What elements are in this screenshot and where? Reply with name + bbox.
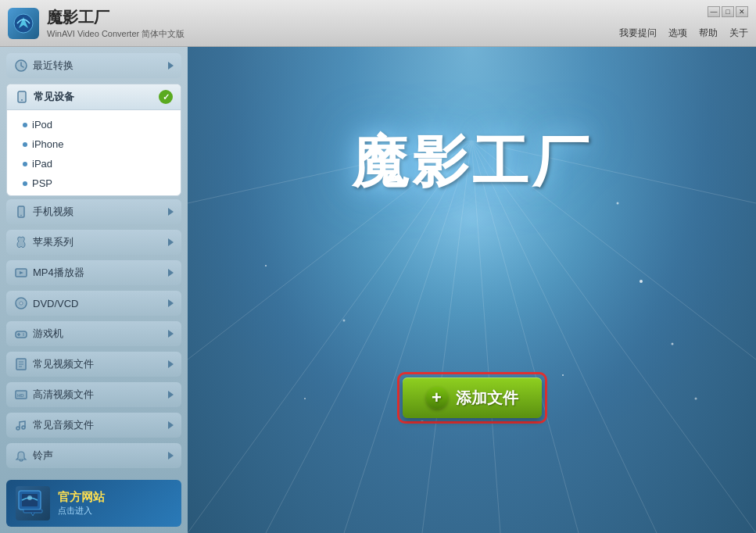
main-content: 魔影工厂 + 添加文件	[188, 47, 756, 533]
sidebar-item-common-video[interactable]: 常见视频文件	[6, 352, 181, 377]
video-file-icon	[14, 357, 28, 371]
svg-point-25	[27, 495, 32, 500]
add-file-button-wrapper: + 添加文件	[397, 372, 547, 424]
chevron-icon	[168, 452, 174, 460]
recent-icon	[14, 59, 28, 73]
plus-icon: +	[426, 387, 448, 409]
bullet-icon	[23, 181, 27, 186]
menu-help-ask[interactable]: 我要提问	[619, 27, 657, 40]
chevron-icon	[168, 238, 174, 246]
device-icon	[15, 90, 29, 104]
svg-point-44	[304, 398, 306, 399]
chevron-icon	[168, 391, 174, 399]
app-logo	[8, 8, 39, 39]
sidebar-item-dvd[interactable]: DVD/VCD	[6, 291, 181, 316]
svg-point-47	[265, 265, 267, 266]
sidebar-item-hd-video[interactable]: HD 高清视频文件	[6, 382, 181, 407]
check-icon: ✓	[159, 90, 173, 104]
window-controls[interactable]: — □ ✕	[708, 6, 748, 17]
sidebar-item-recent-conversion[interactable]: 最近转换	[6, 53, 181, 78]
sidebar: 最近转换 常见设备 ✓ iPod	[0, 47, 188, 533]
svg-point-48	[617, 202, 619, 205]
chevron-icon	[168, 360, 174, 368]
sidebar-item-mp4[interactable]: MP4播放器	[6, 260, 181, 285]
device-item-psp[interactable]: PSP	[7, 173, 181, 193]
svg-point-40	[640, 280, 643, 283]
svg-point-13	[23, 333, 24, 334]
svg-point-21	[16, 427, 20, 430]
title-menu: 我要提问 选项 帮助 关于	[619, 27, 748, 40]
title-bar: 魔影工厂 WinAVI Video Converter 简体中文版 — □ ✕ …	[0, 0, 756, 47]
ringtone-icon	[14, 449, 28, 463]
close-button[interactable]: ✕	[736, 6, 748, 17]
chevron-icon	[168, 208, 174, 216]
svg-text:HD: HD	[17, 393, 24, 398]
svg-rect-26	[23, 510, 42, 513]
music-icon	[14, 418, 28, 432]
official-banner[interactable]: 官方网站 点击进入	[6, 480, 181, 527]
app-title-text: 魔影工厂 WinAVI Video Converter 简体中文版	[47, 7, 185, 40]
svg-point-22	[22, 426, 25, 429]
sidebar-item-mobile-video[interactable]: 手机视频	[6, 199, 181, 224]
device-item-ipod[interactable]: iPod	[7, 115, 181, 134]
common-devices-label: 常见设备	[34, 90, 74, 104]
svg-point-3	[21, 99, 23, 101]
chevron-icon	[168, 299, 174, 307]
svg-rect-27	[188, 47, 756, 533]
app-main-title: 魔影工厂	[352, 125, 593, 200]
game-icon	[14, 327, 28, 341]
add-file-label: 添加文件	[456, 388, 518, 409]
bullet-icon	[23, 123, 27, 127]
apple-icon	[14, 235, 28, 249]
svg-point-43	[343, 320, 346, 322]
banner-text: 官方网站 点击进入	[58, 490, 105, 517]
maximize-button[interactable]: □	[722, 6, 734, 17]
svg-point-14	[23, 334, 24, 336]
svg-point-9	[20, 302, 22, 304]
device-item-ipad[interactable]: iPad	[7, 154, 181, 173]
svg-point-41	[672, 343, 674, 345]
sidebar-item-game[interactable]: 游戏机	[6, 321, 181, 346]
menu-options[interactable]: 选项	[668, 27, 687, 40]
minimize-button[interactable]: —	[708, 6, 720, 17]
sidebar-item-ringtone[interactable]: 铃声	[6, 443, 181, 468]
banner-icon	[16, 486, 50, 520]
device-list: iPod iPhone iPad PSP	[7, 110, 181, 196]
svg-point-42	[562, 374, 564, 376]
svg-point-5	[20, 215, 22, 216]
phone-icon	[14, 205, 28, 219]
chevron-icon	[168, 330, 174, 338]
recent-conversion-label: 最近转换	[33, 59, 73, 73]
sidebar-item-audio[interactable]: 常见音频文件	[6, 413, 181, 438]
dvd-icon	[14, 296, 28, 310]
device-item-iphone[interactable]: iPhone	[7, 134, 181, 154]
sidebar-item-common-devices: 常见设备 ✓ iPod iPhone iPad PSP	[6, 84, 181, 196]
recent-chevron-icon	[161, 59, 174, 72]
menu-about[interactable]: 关于	[729, 27, 748, 40]
svg-point-46	[695, 398, 697, 400]
sidebar-item-apple[interactable]: 苹果系列	[6, 230, 181, 255]
hd-icon: HD	[14, 388, 28, 402]
menu-help[interactable]: 帮助	[699, 27, 718, 40]
mp4-icon	[14, 266, 28, 280]
bullet-icon	[23, 162, 27, 166]
chevron-icon	[168, 421, 174, 429]
common-devices-header[interactable]: 常见设备 ✓	[7, 84, 181, 110]
add-file-button[interactable]: + 添加文件	[403, 377, 542, 418]
chevron-icon	[168, 269, 174, 277]
bullet-icon	[23, 142, 27, 147]
main-layout: 最近转换 常见设备 ✓ iPod	[0, 47, 756, 533]
